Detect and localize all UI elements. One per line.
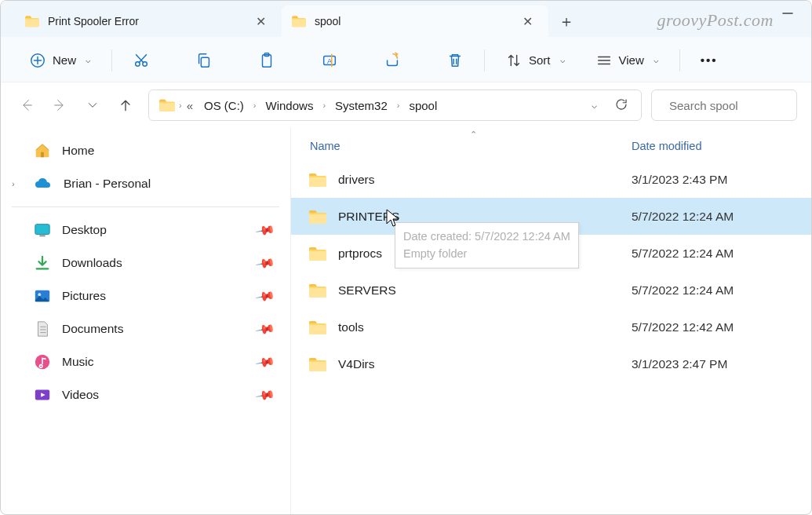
rename-button[interactable]: A: [313, 46, 346, 75]
folder-icon: [308, 283, 327, 298]
sort-label: Sort: [529, 53, 551, 67]
search-box[interactable]: [651, 89, 797, 121]
content: ⌃ Name Date modified drivers3/1/2023 2:4…: [291, 128, 811, 515]
sidebar-item-label: Pictures: [62, 289, 106, 303]
toolbar: New ⌵ A Sort ⌵ View ⌵ •••: [1, 37, 811, 82]
refresh-button[interactable]: [608, 97, 635, 114]
plus-circle-icon: [29, 52, 46, 69]
column-header-date[interactable]: Date modified: [628, 140, 811, 152]
sidebar-item-label: Home: [62, 144, 94, 158]
document-icon: [34, 320, 51, 338]
sort-button[interactable]: Sort ⌵: [497, 46, 573, 75]
pin-icon: 📌: [254, 384, 275, 405]
sidebar-item-downloads[interactable]: Downloads 📌: [1, 247, 290, 279]
pin-icon: 📌: [254, 285, 275, 306]
file-date: 3/1/2023 2:47 PM: [628, 357, 811, 371]
table-row[interactable]: drivers3/1/2023 2:43 PM: [291, 161, 811, 198]
column-header-name[interactable]: Name: [291, 140, 628, 152]
chevron-down-icon: ⌵: [86, 55, 91, 65]
sidebar-item-label: Music: [62, 355, 93, 369]
sidebar-item-label: Desktop: [62, 223, 107, 237]
chevron-right-icon[interactable]: ›: [12, 179, 15, 188]
sidebar-item-desktop[interactable]: Desktop 📌: [1, 214, 290, 247]
list-icon: [595, 52, 613, 69]
cut-button[interactable]: [125, 46, 158, 75]
cursor-icon: [385, 208, 401, 228]
tab-spool[interactable]: spool ✕: [282, 5, 548, 37]
svg-rect-8: [201, 57, 209, 67]
sidebar-item-home[interactable]: Home: [1, 134, 290, 167]
home-icon: [34, 142, 51, 159]
divider: [679, 49, 680, 71]
minimize-button[interactable]: [772, 5, 803, 21]
pictures-icon: [34, 287, 51, 305]
up-button[interactable]: [117, 97, 134, 114]
chevron-right-icon: ›: [322, 100, 326, 110]
folder-icon: [308, 356, 327, 372]
file-date: 5/7/2022 12:42 AM: [628, 320, 811, 334]
chevron-right-icon: ›: [253, 100, 257, 110]
folder-icon: [24, 15, 40, 27]
file-name: prtprocs: [338, 247, 382, 261]
new-button[interactable]: New ⌵: [21, 46, 99, 75]
scissors-icon: [133, 52, 150, 69]
svg-rect-26: [39, 235, 45, 236]
sidebar-item-label: Brian - Personal: [64, 177, 151, 191]
file-date: 5/7/2022 12:24 AM: [628, 247, 811, 261]
address-dropdown[interactable]: ⌵: [584, 100, 605, 111]
breadcrumb-item[interactable]: Windows: [260, 99, 320, 112]
sidebar-item-onedrive[interactable]: › Brian - Personal: [1, 167, 290, 200]
sidebar-item-pictures[interactable]: Pictures 📌: [1, 279, 290, 312]
view-button[interactable]: View ⌵: [588, 46, 667, 75]
table-row[interactable]: SERVERS5/7/2022 12:24 AM: [291, 272, 811, 309]
tab-print-spooler-error[interactable]: Print Spooler Error ✕: [15, 5, 282, 37]
address-row: › « OS (C:) › Windows › System32 › spool…: [1, 82, 811, 128]
sidebar-item-label: Documents: [62, 322, 123, 336]
divider: [111, 49, 112, 71]
file-name: tools: [338, 320, 364, 334]
file-name: SERVERS: [338, 283, 396, 298]
column-headers: ⌃ Name Date modified: [291, 131, 811, 161]
sidebar: Home › Brian - Personal Desktop 📌 Downlo…: [1, 128, 291, 515]
table-row[interactable]: V4Dirs3/1/2023 2:47 PM: [291, 345, 811, 382]
folder-icon: [158, 98, 176, 112]
search-input[interactable]: [669, 99, 812, 112]
sidebar-item-music[interactable]: Music 📌: [1, 345, 290, 378]
breadcrumb-root[interactable]: OS (C:): [198, 99, 250, 112]
pin-icon: 📌: [254, 252, 275, 273]
recent-button[interactable]: [84, 97, 101, 114]
folder-icon: [308, 246, 327, 261]
back-button[interactable]: [18, 97, 35, 114]
tooltip-line: Empty folder: [403, 245, 570, 262]
delete-button[interactable]: [439, 46, 472, 75]
more-button[interactable]: •••: [693, 46, 726, 75]
rename-icon: A: [321, 52, 338, 69]
close-icon[interactable]: ✕: [250, 11, 271, 31]
forward-button[interactable]: [51, 97, 68, 114]
address-bar[interactable]: › « OS (C:) › Windows › System32 › spool…: [148, 89, 642, 121]
sidebar-item-label: Videos: [62, 388, 99, 402]
table-row[interactable]: tools5/7/2022 12:42 AM: [291, 309, 811, 345]
divider: [484, 49, 485, 71]
breadcrumb-overflow[interactable]: «: [185, 99, 195, 112]
desktop-icon: [34, 221, 51, 239]
pin-icon: 📌: [254, 318, 275, 339]
paste-button[interactable]: [250, 46, 283, 75]
file-date: 5/7/2022 12:24 AM: [628, 210, 811, 224]
file-list: drivers3/1/2023 2:43 PMPRINTERS5/7/2022 …: [291, 161, 811, 382]
svg-rect-24: [35, 225, 49, 235]
share-button[interactable]: [376, 46, 409, 75]
sidebar-item-documents[interactable]: Documents 📌: [1, 312, 290, 345]
nav-icons: [16, 97, 139, 114]
copy-button[interactable]: [188, 46, 220, 75]
file-name: V4Dirs: [338, 357, 375, 371]
sidebar-item-videos[interactable]: Videos 📌: [1, 378, 290, 411]
breadcrumb-item[interactable]: System32: [329, 99, 394, 112]
new-tab-button[interactable]: ＋: [548, 5, 584, 37]
close-icon[interactable]: ✕: [517, 11, 537, 31]
sort-icon: [505, 52, 523, 69]
chevron-right-icon: ›: [397, 100, 400, 110]
titlebar: Print Spooler Error ✕ spool ✕ ＋ groovyPo…: [1, 1, 811, 37]
breadcrumb-item[interactable]: spool: [402, 99, 443, 112]
sort-caret-icon: ⌃: [470, 130, 477, 140]
